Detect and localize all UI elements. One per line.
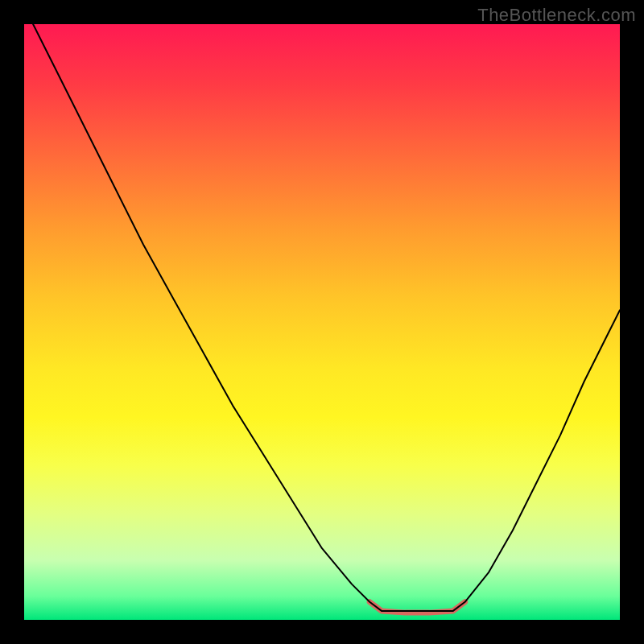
curve-svg: [24, 24, 620, 620]
watermark-text: TheBottleneck.com: [477, 5, 636, 26]
plot-area: [24, 24, 620, 620]
main-curve-path: [33, 24, 620, 611]
chart-container: TheBottleneck.com: [0, 0, 644, 644]
